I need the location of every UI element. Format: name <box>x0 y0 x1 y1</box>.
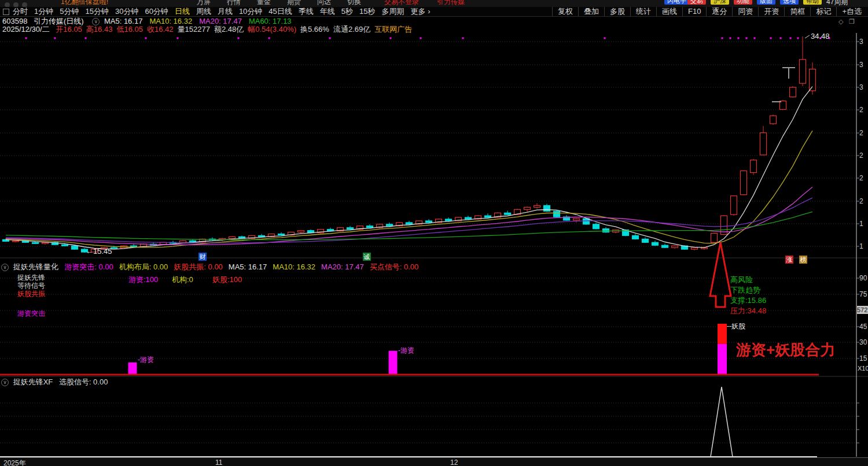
toolbar-button-简框[interactable]: 简框 <box>784 7 810 16</box>
period-item-分时[interactable]: 分时 <box>13 7 28 16</box>
risk-note-pressure: 压力:34.48 <box>730 306 766 316</box>
toolbar-button-标记[interactable]: 标记 <box>810 7 836 16</box>
stamp-cai: 财 <box>198 253 207 261</box>
period-item-15分钟[interactable]: 15分钟 <box>85 7 108 16</box>
indicator2-signal-field: 选股信号: 0.00 <box>59 378 108 386</box>
diamond-icon[interactable]: ◇ <box>838 17 843 26</box>
period-item-10分钟[interactable]: 10分钟 <box>239 7 262 16</box>
stock-code: 603598 <box>2 17 27 25</box>
price-axis-label-7: 2 <box>859 197 863 205</box>
price-axis-label-5: 2 <box>859 151 863 160</box>
indicator1-param-5: MA20: 17.47 <box>321 262 364 271</box>
indicator1-param-4: MA10: 16.32 <box>273 262 315 271</box>
bar-label-youzi-1: -游资 <box>138 355 154 365</box>
collapse-icon[interactable]: ∨ <box>1 264 9 271</box>
period-item-多周期[interactable]: 多周期 <box>382 7 404 16</box>
titlebar-button-5[interactable]: 选项 <box>780 0 799 5</box>
quote-field-4: 量152277 <box>178 25 210 34</box>
indicator2-header: ∨ 捉妖先锋XF 选股信号: 0.00 <box>0 378 868 386</box>
price-axis-label-3: 2 <box>859 106 863 114</box>
period-item-周线[interactable]: 周线 <box>196 7 211 16</box>
period-item-更多 ›[interactable]: 更多 › <box>411 7 431 16</box>
titlebar-button-3[interactable]: 功能 <box>734 0 752 5</box>
quote-field-1: 高16.43 <box>86 25 113 34</box>
layout-icon[interactable] <box>3 9 9 15</box>
price-axis-label-9: 1 <box>859 242 863 250</box>
quote-field-6: 幅0.54(3.40%) <box>248 25 296 34</box>
period-item-5分钟[interactable]: 5分钟 <box>60 7 79 16</box>
ma-field-1: MA10: 16.32 <box>149 17 192 25</box>
period-item-30分钟[interactable]: 30分钟 <box>115 7 138 16</box>
window-restore-icon[interactable]: ❐ <box>849 17 855 26</box>
year-label: 2025年 <box>3 458 26 466</box>
month-label-11: 11 <box>215 458 222 466</box>
collapse-icon[interactable]: ∨ <box>1 379 9 386</box>
price-axis-label-6: 2 <box>859 174 863 182</box>
titlebar-menu-5[interactable]: 切换 <box>347 0 361 7</box>
time-axis[interactable]: 2025年 1112 <box>0 457 868 466</box>
period-item-60分钟[interactable]: 60分钟 <box>145 7 168 16</box>
price-axis-label-2: 3 <box>859 83 863 91</box>
toolbar-button-F10[interactable]: F10 <box>682 7 706 16</box>
titlebar-menu-3[interactable]: 期货 <box>287 0 301 7</box>
candlestick-chart[interactable] <box>0 0 868 466</box>
price-low-label: ←15.45 <box>86 247 112 256</box>
window-controls[interactable] <box>3 0 29 7</box>
quote-date: 2025/12/30/二 <box>2 25 50 34</box>
titlebar-button-2[interactable]: 沪深 <box>711 0 729 5</box>
period-item-季线[interactable]: 季线 <box>299 7 314 16</box>
period-item-45日线[interactable]: 45日线 <box>269 7 292 16</box>
period-item-月线[interactable]: 月线 <box>218 7 233 16</box>
toolbar-button-同资[interactable]: 同资 <box>732 7 758 16</box>
period-item-5秒[interactable]: 5秒 <box>341 7 353 16</box>
titlebar-menu-2[interactable]: 量金 <box>257 0 271 7</box>
stock-name: 引力传媒(日线) <box>34 17 84 25</box>
period-toolbar: 分时1分钟5分钟15分钟30分钟60分钟日线周线月线10分钟45日线季线年线5秒… <box>0 7 868 17</box>
trade-login-alert[interactable]: 交易不登录 <box>384 0 419 7</box>
indicator-axis-label-45: 45 <box>859 323 867 331</box>
toolbar-button-逐分[interactable]: 逐分 <box>706 7 732 16</box>
quote-field-3: 收16.42 <box>147 25 174 34</box>
indicator1-param-6: 买点信号: 0.00 <box>370 262 419 271</box>
toolbar-button-画线[interactable]: 画线 <box>656 7 682 16</box>
indicator-axis-label-15: 15 <box>859 354 867 363</box>
indicator1-param-1: 机构布局: 0.00 <box>119 262 168 271</box>
toolbar-button-多股[interactable]: 多股 <box>604 7 630 16</box>
period-item-日线[interactable]: 日线 <box>175 7 190 16</box>
price-axis-label-4: 2 <box>859 129 863 137</box>
titlebar-button-6[interactable]: 帮助 <box>803 0 822 5</box>
indicator1-title[interactable]: 捉妖先锋量化 <box>13 262 58 271</box>
titlebar-menu-0[interactable]: 万屏 <box>197 0 211 7</box>
period-item-15秒[interactable]: 15秒 <box>359 7 375 16</box>
price-axis-label-1: 3 <box>859 61 863 69</box>
promo-banner[interactable]: 1亿翻倍保盘啦! <box>61 0 108 7</box>
panel1-score-jigou: 机构:0 <box>172 275 193 285</box>
indicator1-param-2: 妖股共振: 0.00 <box>174 262 223 271</box>
ma-field-3: MA60: 17.13 <box>249 17 292 25</box>
toolbar-button-统计[interactable]: 统计 <box>630 7 656 16</box>
ma-field-2: MA20: 17.47 <box>199 17 242 25</box>
toolbar-button-复权[interactable]: 复权 <box>552 7 578 16</box>
toolbar-button-+自选[interactable]: +自选 <box>836 7 867 16</box>
period-count-note: 47周期 <box>826 0 848 7</box>
titlebar-button-4[interactable]: 版面 <box>757 0 775 5</box>
indicator-axis-label-75: 75 <box>859 290 867 298</box>
risk-note-trend: 下跌趋势 <box>730 285 760 295</box>
titlebar-button-0[interactable]: 闪电手 <box>664 0 689 5</box>
stock-name-alert[interactable]: 引力传媒 <box>437 0 465 7</box>
indicator-axis-label-30: 30 <box>859 338 867 346</box>
toolbar-button-开资[interactable]: 开资 <box>758 7 784 16</box>
titlebar-menu-4[interactable]: 问达 <box>317 0 331 7</box>
titlebar-button-1[interactable]: 交易 <box>687 0 706 5</box>
period-item-1分钟[interactable]: 1分钟 <box>34 7 53 16</box>
indicator-axis-label-90: 90 <box>859 274 867 282</box>
titlebar-menu-1[interactable]: 行情 <box>227 0 241 7</box>
toolbar-button-叠加[interactable]: 叠加 <box>578 7 604 16</box>
titlebar: 1亿翻倍保盘啦! 万屏行情量金期货问达切换 交易不登录 引力传媒 闪电手交易沪深… <box>0 0 868 7</box>
indicator2-title[interactable]: 捉妖先锋XF <box>13 378 53 386</box>
axis-x10-label: X10 <box>858 365 868 372</box>
period-item-年线[interactable]: 年线 <box>320 7 335 16</box>
combo-annotation: 游资+妖股合力 <box>736 340 835 360</box>
price-axis-label-8: 1 <box>859 220 863 228</box>
risk-note-support: 支撑:15.86 <box>730 295 766 306</box>
